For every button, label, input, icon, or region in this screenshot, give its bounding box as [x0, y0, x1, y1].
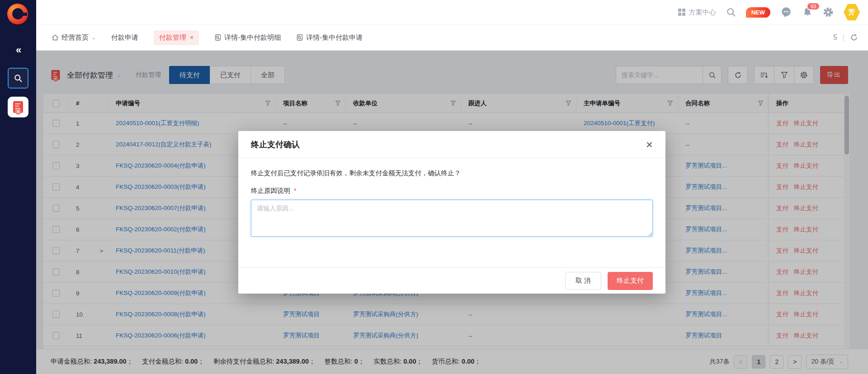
close-dialog-icon[interactable]: ×	[646, 140, 653, 149]
doc-search-icon	[296, 34, 303, 41]
confirm-terminate-button[interactable]: 终止支付	[608, 272, 653, 290]
home-icon	[52, 34, 59, 41]
scheme-center-label: 方案中心	[689, 8, 716, 17]
collapse-sidebar-icon[interactable]: «	[0, 44, 36, 56]
notification-count-badge: 93	[807, 2, 820, 10]
close-tab-icon[interactable]: ×	[190, 34, 193, 41]
sidebar: « ¥	[0, 0, 36, 374]
tab-详情-集中付款申请[interactable]: 详情-集中付款申请	[296, 33, 363, 42]
refresh-tabs-icon[interactable]	[850, 33, 858, 42]
new-badge[interactable]: NEW	[746, 7, 770, 18]
scheme-center-button[interactable]: 方案中心	[678, 8, 716, 17]
sidebar-item-search[interactable]	[8, 68, 28, 89]
terminate-payment-dialog: 终止支付确认 × 终止支付后已支付记录依旧有效，剩余未支付金额无法支付，确认终止…	[238, 131, 665, 294]
required-asterisk: *	[294, 187, 297, 194]
settings-gear-icon[interactable]	[823, 7, 834, 18]
open-tabs: 经营首页 ⌄ 付款申请 付款管理 × 详情-集中付款明细 详情-集中付款申请	[36, 30, 363, 45]
reason-textarea[interactable]	[251, 200, 653, 237]
app-logo-icon	[7, 4, 28, 24]
chevron-down-icon: ⌄	[91, 34, 96, 41]
tab-详情-集中付款明细[interactable]: 详情-集中付款明细	[214, 33, 281, 42]
messages-icon[interactable]	[780, 6, 792, 18]
tab-经营首页[interactable]: 经营首页 ⌄	[52, 33, 96, 42]
top-header: 方案中心 NEW 93 芳	[36, 0, 868, 24]
reason-label: 终止原因说明	[251, 187, 290, 194]
sidebar-item-payment-module[interactable]: ¥	[8, 97, 28, 117]
avatar[interactable]: 芳	[844, 4, 860, 21]
tab-bar: 经营首页 ⌄ 付款申请 付款管理 × 详情-集中付款明细 详情-集中付款申请 5	[36, 24, 868, 51]
tab-付款管理[interactable]: 付款管理 ×	[154, 30, 199, 45]
cancel-button[interactable]: 取 消	[565, 272, 601, 290]
dialog-title: 终止支付确认	[251, 139, 300, 150]
doc-search-icon	[214, 34, 222, 41]
tab-count: 5	[833, 33, 837, 42]
payment-doc-icon: ¥	[13, 101, 23, 113]
search-icon	[14, 74, 23, 83]
notifications-button[interactable]: 93	[802, 7, 813, 18]
grid-icon	[678, 9, 685, 16]
tab-付款申请[interactable]: 付款申请	[111, 33, 138, 42]
confirm-message: 终止支付后已支付记录依旧有效，剩余未支付金额无法支付，确认终止？	[251, 169, 653, 178]
header-search-icon[interactable]	[726, 7, 736, 17]
